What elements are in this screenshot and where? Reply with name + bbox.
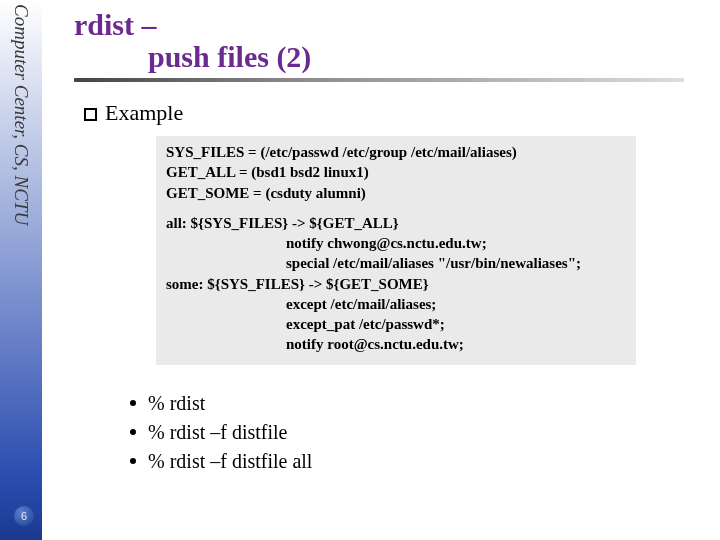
title-underline xyxy=(74,78,684,82)
command-item: % rdist xyxy=(130,389,710,418)
code-line: SYS_FILES = (/etc/passwd /etc/group /etc… xyxy=(166,142,626,162)
command-text: % rdist –f distfile xyxy=(148,421,287,443)
code-line: except_pat /etc/passwd*; xyxy=(166,314,626,334)
slide-title-line1: rdist – xyxy=(74,8,710,42)
code-line: notify root@cs.nctu.edu.tw; xyxy=(166,334,626,354)
slide-title-line2: push files (2) xyxy=(148,40,710,74)
command-item: % rdist –f distfile xyxy=(130,418,710,447)
command-text: % rdist –f distfile all xyxy=(148,450,312,472)
code-line: some: ${SYS_FILES} -> ${GET_SOME} xyxy=(166,274,626,294)
bullet-icon xyxy=(130,429,136,435)
code-line: except /etc/mail/aliases; xyxy=(166,294,626,314)
code-line: all: ${SYS_FILES} -> ${GET_ALL} xyxy=(166,213,626,233)
sidebar: Computer Center, CS, NCTU 6 xyxy=(0,0,42,540)
code-example-box: SYS_FILES = (/etc/passwd /etc/group /etc… xyxy=(156,136,636,365)
bullet-icon xyxy=(130,400,136,406)
code-line: notify chwong@cs.nctu.edu.tw; xyxy=(166,233,626,253)
section-heading: Example xyxy=(84,100,710,126)
bullet-icon xyxy=(130,458,136,464)
sidebar-org-label: Computer Center, CS, NCTU xyxy=(10,4,32,225)
slide-number-badge: 6 xyxy=(14,506,34,526)
command-list: % rdist % rdist –f distfile % rdist –f d… xyxy=(130,389,710,476)
code-line: GET_SOME = (csduty alumni) xyxy=(166,183,626,203)
code-line: GET_ALL = (bsd1 bsd2 linux1) xyxy=(166,162,626,182)
section-heading-text: Example xyxy=(105,100,183,125)
slide-content: rdist – push files (2) Example SYS_FILES… xyxy=(60,0,710,476)
command-text: % rdist xyxy=(148,392,205,414)
code-line: special /etc/mail/aliases "/usr/bin/newa… xyxy=(166,253,626,273)
square-bullet-icon xyxy=(84,108,97,121)
command-item: % rdist –f distfile all xyxy=(130,447,710,476)
